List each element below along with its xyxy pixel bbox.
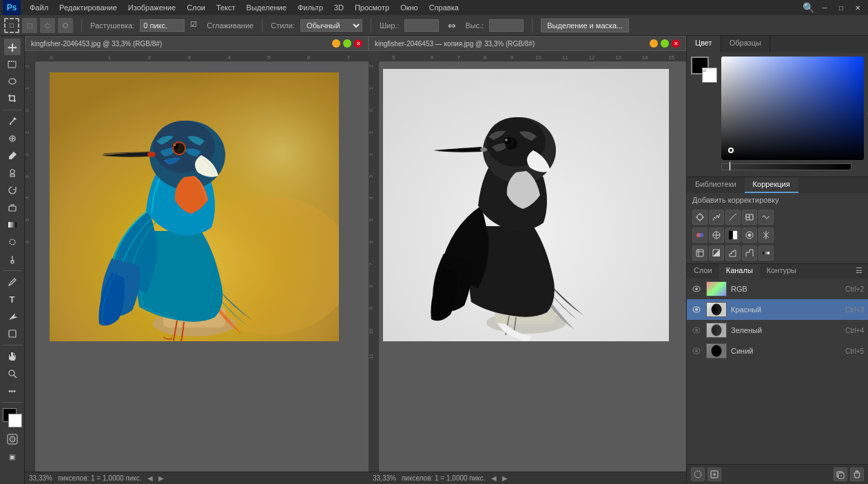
channel-red-visibility[interactable] <box>691 304 702 315</box>
menu-edit[interactable]: Редактирование <box>54 2 122 13</box>
doc2-close-btn[interactable]: ✕ <box>672 39 680 48</box>
doc1-left-arrow[interactable]: ◀ <box>147 474 153 482</box>
selection-mask-button[interactable]: Выделение и маска... <box>541 19 629 32</box>
colorbalance-correction-icon[interactable] <box>709 228 724 243</box>
menu-filter[interactable]: Фильтр <box>293 2 328 13</box>
bw-correction-icon[interactable] <box>725 228 741 243</box>
crop-tool[interactable] <box>4 90 21 107</box>
rastushevka-input[interactable] <box>140 19 185 32</box>
blur-tool[interactable] <box>4 234 21 250</box>
doc2-left-arrow[interactable]: ◀ <box>491 474 497 482</box>
gradientmap-correction-icon[interactable] <box>758 245 774 261</box>
colorlookup-correction-icon[interactable] <box>692 245 707 261</box>
color-tab[interactable]: Цвет <box>687 36 721 52</box>
zoom-tool[interactable] <box>4 365 21 382</box>
new-channel-icon[interactable] <box>834 467 847 481</box>
swatches-tab[interactable]: Образцы <box>721 36 770 52</box>
reset-colors-icon[interactable]: ⇄ <box>702 68 707 74</box>
menu-file[interactable]: Файл <box>25 2 53 13</box>
eraser-tool[interactable] <box>4 199 21 216</box>
photofilter-correction-icon[interactable] <box>742 228 757 243</box>
doc2-minimize-btn[interactable] <box>650 39 658 48</box>
add-mask-icon[interactable] <box>707 467 721 481</box>
lasso-tool-left[interactable] <box>4 73 21 90</box>
layers-tab[interactable]: Слои <box>687 264 719 279</box>
layers-menu-btn[interactable]: ☰ <box>850 264 868 279</box>
color-picker[interactable] <box>3 408 22 427</box>
rect-marquee-tool[interactable] <box>4 56 21 72</box>
channel-rgb-visibility[interactable] <box>691 283 702 294</box>
close-app-icon[interactable]: ✕ <box>850 0 865 15</box>
search-icon[interactable]: 🔍 <box>800 0 816 15</box>
color-spectrum[interactable] <box>721 57 864 160</box>
doc1-minimize-btn[interactable] <box>332 39 340 48</box>
vys-input[interactable] <box>489 19 524 32</box>
hsl-correction-icon[interactable] <box>692 228 707 243</box>
levels-correction-icon[interactable] <box>709 210 724 225</box>
menu-layers[interactable]: Слои <box>182 2 210 13</box>
menu-3d[interactable]: 3D <box>329 2 349 13</box>
channel-row-green[interactable]: Зеленый Ctrl+4 <box>687 320 868 341</box>
channel-row-rgb[interactable]: RGB Ctrl+2 <box>687 279 868 299</box>
exposure-correction-icon[interactable] <box>742 210 757 225</box>
doc1-right-arrow[interactable]: ▶ <box>158 474 164 482</box>
menu-view[interactable]: Просмотр <box>350 2 394 13</box>
clone-stamp-tool[interactable] <box>4 165 21 181</box>
threshold-correction-icon[interactable] <box>742 245 757 261</box>
curves-correction-icon[interactable] <box>725 210 741 225</box>
stili-select[interactable]: Обычный <box>300 19 362 32</box>
screen-mode-tool[interactable]: ▣ <box>4 448 21 465</box>
spot-heal-tool[interactable] <box>4 130 21 147</box>
gradient-tool[interactable] <box>4 216 21 233</box>
posterize-correction-icon[interactable] <box>725 245 741 261</box>
channel-blue-visibility[interactable] <box>691 345 702 356</box>
doc1-canvas[interactable] <box>36 62 369 472</box>
menu-help[interactable]: Справка <box>424 2 464 13</box>
menu-image[interactable]: Изображение <box>123 2 180 13</box>
shpr-input[interactable] <box>404 19 439 32</box>
background-color[interactable] <box>8 414 22 427</box>
eyedropper-tool[interactable] <box>4 113 21 130</box>
shape-tool[interactable] <box>4 325 21 342</box>
menu-text[interactable]: Текст <box>211 2 240 13</box>
doc2-right-arrow[interactable]: ▶ <box>502 474 508 482</box>
channelmixer-correction-icon[interactable] <box>758 228 774 243</box>
delete-channel-icon[interactable] <box>850 467 864 481</box>
minimize-app-icon[interactable]: ─ <box>817 0 832 15</box>
rect-select-tool[interactable]: □ <box>4 18 19 33</box>
brush-tool[interactable] <box>4 148 21 164</box>
more-tools[interactable]: ••• <box>4 383 21 399</box>
libraries-tab[interactable]: Библиотеки <box>687 177 745 193</box>
brightness-correction-icon[interactable] <box>692 210 707 225</box>
alpha-strip[interactable] <box>721 163 851 170</box>
dodge-tool[interactable] <box>4 251 21 268</box>
link-dimensions-icon[interactable]: ⇔ <box>444 18 459 33</box>
dotted-circle-icon[interactable] <box>691 467 705 481</box>
invert-correction-icon[interactable] <box>709 245 724 261</box>
antialiasing-check[interactable]: ☑ <box>190 20 201 31</box>
path-select-tool[interactable] <box>4 308 21 325</box>
contours-tab[interactable]: Контуры <box>760 264 803 279</box>
doc2-canvas[interactable] <box>380 62 686 472</box>
channel-row-blue[interactable]: Синий Ctrl+5 <box>687 341 868 361</box>
menu-window[interactable]: Окно <box>395 2 423 13</box>
channel-green-visibility[interactable] <box>691 325 702 336</box>
move-tool[interactable] <box>4 39 21 55</box>
polygon-lasso-tool[interactable]: ⬡ <box>58 18 73 33</box>
quick-mask-mode[interactable] <box>4 431 21 447</box>
type-tool[interactable]: T <box>4 291 21 307</box>
hand-tool[interactable] <box>4 348 21 365</box>
channel-row-red[interactable]: Красный Ctrl+3 <box>687 299 868 320</box>
ellipse-select-tool[interactable]: ⬚ <box>22 18 37 33</box>
doc1-close-btn[interactable]: ✕ <box>354 39 362 48</box>
history-brush-tool[interactable] <box>4 182 21 199</box>
menu-selection[interactable]: Выделение <box>242 2 291 13</box>
doc1-maximize-btn[interactable] <box>343 39 351 48</box>
channels-tab[interactable]: Каналы <box>719 264 760 279</box>
maximize-app-icon[interactable]: □ <box>834 0 849 15</box>
corrections-tab[interactable]: Коррекция <box>745 177 798 193</box>
pen-tool[interactable] <box>4 274 21 290</box>
doc2-maximize-btn[interactable] <box>661 39 669 48</box>
lasso-tool[interactable]: ◌ <box>40 18 55 33</box>
vibrance-correction-icon[interactable] <box>758 210 774 225</box>
